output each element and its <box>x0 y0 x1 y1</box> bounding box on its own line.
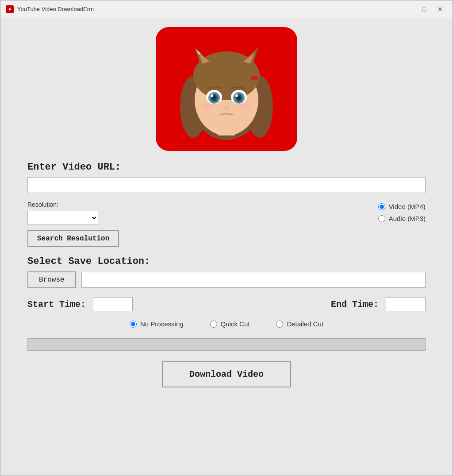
video-format-option[interactable]: Video (MP4) <box>378 203 426 210</box>
no-processing-radio[interactable] <box>130 321 137 328</box>
window-title: YouTube Video DownloadErm <box>17 6 94 12</box>
resolution-section: Resolution: 144p 240p 360p 480p 720p 108… <box>27 201 98 225</box>
audio-format-label: Audio (MP3) <box>389 215 426 222</box>
audio-format-radio[interactable] <box>378 215 385 222</box>
video-format-label: Video (MP4) <box>389 203 426 210</box>
detailed-cut-option[interactable]: Detailed Cut <box>276 320 323 328</box>
quick-cut-radio[interactable] <box>210 321 217 328</box>
search-resolution-button[interactable]: Search Resolution <box>27 230 119 247</box>
format-section: Video (MP4) Audio (MP3) <box>378 201 426 222</box>
close-button[interactable]: ✕ <box>433 4 447 15</box>
resolution-format-row: Resolution: 144p 240p 360p 480p 720p 108… <box>27 201 426 225</box>
audio-format-option[interactable]: Audio (MP3) <box>378 215 426 222</box>
maximize-button[interactable]: □ <box>417 4 431 15</box>
character-illustration <box>169 31 284 147</box>
detailed-cut-label: Detailed Cut <box>287 320 323 328</box>
no-processing-label: No Processing <box>140 320 184 328</box>
svg-point-16 <box>211 94 213 97</box>
progress-bar-container <box>27 338 426 351</box>
resolution-select[interactable]: 144p 240p 360p 480p 720p 1080p <box>27 211 98 225</box>
time-row: Start Time: End Time: <box>27 297 426 311</box>
start-time-label: Start Time: <box>27 299 86 310</box>
minimize-button[interactable]: — <box>401 4 415 15</box>
form-section: Enter Video URL: Resolution: 144p 240p 3… <box>27 162 426 387</box>
video-format-radio[interactable] <box>378 203 385 210</box>
resolution-label: Resolution: <box>27 201 98 208</box>
download-video-button[interactable]: Download Video <box>162 361 291 387</box>
download-button-wrapper: Download Video <box>27 360 426 387</box>
end-time-input[interactable] <box>386 297 426 311</box>
app-window: YouTube Video DownloadErm — □ ✕ <box>0 0 453 476</box>
quick-cut-label: Quick Cut <box>221 320 250 328</box>
start-time-input[interactable] <box>93 297 133 311</box>
svg-point-21 <box>235 94 238 97</box>
save-path-input[interactable] <box>81 272 426 288</box>
quick-cut-option[interactable]: Quick Cut <box>210 320 250 328</box>
no-processing-option[interactable]: No Processing <box>130 320 184 328</box>
processing-row: No Processing Quick Cut Detailed Cut <box>27 320 426 328</box>
detailed-cut-radio[interactable] <box>276 321 283 328</box>
svg-point-24 <box>239 103 251 110</box>
app-icon <box>6 5 14 13</box>
browse-button[interactable]: Browse <box>27 271 76 288</box>
app-logo <box>156 27 297 151</box>
url-label: Enter Video URL: <box>27 162 426 173</box>
end-time-label: End Time: <box>331 299 379 310</box>
title-bar: YouTube Video DownloadErm — □ ✕ <box>0 0 453 18</box>
url-input[interactable] <box>27 177 426 193</box>
main-content: Enter Video URL: Resolution: 144p 240p 3… <box>0 18 453 476</box>
title-bar-left: YouTube Video DownloadErm <box>6 5 94 13</box>
svg-point-23 <box>202 103 214 110</box>
svg-point-22 <box>224 106 229 109</box>
save-location-label: Select Save Location: <box>27 256 426 267</box>
save-location-row: Browse <box>27 271 426 288</box>
window-controls: — □ ✕ <box>401 4 447 15</box>
svg-rect-11 <box>251 76 258 80</box>
